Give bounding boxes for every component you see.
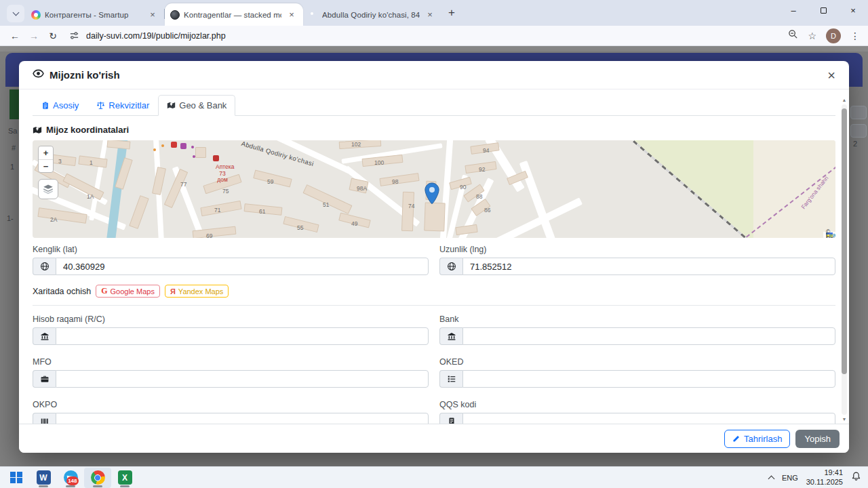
telegram-icon: 148: [64, 470, 78, 485]
tab-close-icon[interactable]: ×: [146, 9, 159, 20]
running-indicator: [93, 485, 102, 487]
map-building-label: 2A: [50, 216, 57, 223]
tab-label: Geo & Bank: [179, 100, 226, 110]
oked-label: OKED: [439, 357, 835, 367]
map-building-label: 1A: [87, 193, 94, 200]
mfo-input[interactable]: [56, 370, 429, 388]
tab-search-button[interactable]: [7, 5, 24, 22]
map-poi-icon: [180, 143, 186, 149]
reload-button[interactable]: ↻: [43, 30, 62, 41]
modal-close-button[interactable]: ×: [827, 68, 835, 82]
osm-link[interactable]: © OpenStreetMap: [826, 228, 835, 239]
clock-time: 19:41: [824, 468, 843, 476]
map-building-label: 59: [267, 178, 273, 185]
leaflet-map[interactable]: Farg'ona shahri Abdulla Qodiriy ko'chasi…: [33, 140, 835, 238]
site-settings-icon[interactable]: [69, 30, 79, 41]
start-button[interactable]: [3, 468, 30, 488]
browser-menu-icon[interactable]: ⋮: [850, 30, 860, 41]
map-marker-pin[interactable]: [424, 182, 440, 205]
zoom-indicator-icon[interactable]: [788, 29, 798, 42]
browser-tab-2-active[interactable]: Kontragentlar — stacked moda ×: [165, 3, 303, 26]
map-building-label: 98A: [357, 185, 367, 192]
bookmark-star-icon[interactable]: ☆: [808, 30, 816, 41]
modal-title: Mijozni ko'rish: [50, 69, 120, 81]
profile-avatar[interactable]: D: [826, 28, 841, 43]
modal-scrollbar[interactable]: ▲ ▼: [841, 98, 848, 422]
maximize-button[interactable]: [808, 0, 838, 20]
language-indicator[interactable]: ENG: [782, 474, 798, 482]
excel-taskbar-icon[interactable]: X: [111, 468, 138, 488]
tab-close-icon[interactable]: ×: [424, 9, 436, 20]
okpo-input[interactable]: [56, 413, 429, 424]
divider: [33, 305, 835, 306]
map-poi-icon: [191, 146, 194, 148]
minimize-button[interactable]: –: [778, 0, 808, 20]
oked-input[interactable]: [462, 370, 835, 388]
background-text: #: [12, 144, 16, 152]
scroll-down-arrow[interactable]: ▼: [841, 417, 848, 422]
running-indicator: [39, 485, 48, 487]
forward-button[interactable]: →: [24, 30, 43, 41]
modal-footer: Tahrirlash Yopish: [19, 424, 849, 453]
browser-tab-1[interactable]: Контрагенты - Smartup ×: [26, 3, 164, 26]
zoom-out-button[interactable]: −: [39, 159, 53, 172]
tab-asosiy[interactable]: Asosiy: [33, 95, 87, 116]
tab-rekvizitlar[interactable]: Rekvizitlar: [87, 95, 158, 116]
map-building-label: 3: [58, 158, 62, 165]
modal-body: Asosiy Rekvizitlar Geo & Bank Mijoz koor…: [19, 89, 849, 424]
map-street-label: Abdulla Qodiriy ko'chasi: [241, 140, 315, 167]
map-building-label: 61: [259, 208, 265, 215]
running-indicator: [120, 485, 130, 487]
map-poi-icon: [153, 148, 156, 151]
map-layers-button[interactable]: [38, 179, 58, 199]
layers-icon: [42, 183, 54, 195]
background-box: [850, 124, 867, 138]
qqs-input[interactable]: [462, 413, 835, 424]
google-g-icon: G: [101, 286, 107, 296]
account-input[interactable]: [56, 327, 429, 345]
account-label: Hisob raqami (R/C): [33, 314, 429, 324]
map-poi-icon: [161, 144, 164, 147]
background-text: 1-: [7, 214, 14, 222]
lng-input[interactable]: [462, 258, 835, 275]
scrollbar-thumb[interactable]: [842, 108, 847, 374]
zoom-in-button[interactable]: +: [39, 146, 53, 159]
bank-input[interactable]: [462, 327, 835, 345]
map-building-label: 90: [460, 184, 466, 190]
tab-close-icon[interactable]: ×: [285, 9, 298, 20]
back-button[interactable]: ←: [5, 30, 24, 41]
modal-tab-bar: Asosiy Rekvizitlar Geo & Bank: [33, 95, 835, 116]
tab-label: Asosiy: [53, 100, 79, 110]
new-tab-button[interactable]: +: [448, 6, 455, 20]
notification-bell-icon[interactable]: [851, 471, 861, 484]
section-title-row: Mijoz koordinatalari: [33, 125, 835, 135]
browser-tab-3[interactable]: Abdulla Qodiriy ko'chasi, 84 — ×: [303, 3, 441, 26]
tab-geo-bank[interactable]: Geo & Bank: [158, 95, 235, 116]
mfo-label: MFO: [33, 357, 429, 367]
edit-button[interactable]: Tahrirlash: [724, 430, 790, 448]
map-building-label: 55: [297, 224, 303, 231]
view-client-modal: Mijozni ko'rish × Asosiy Rekvizitlar Geo…: [19, 61, 849, 453]
qqs-label: QQS kodi: [439, 400, 835, 409]
map-building: [455, 224, 477, 235]
modal-header: Mijozni ko'rish ×: [19, 61, 849, 89]
taskbar-clock[interactable]: 19:41 30.11.2025: [806, 468, 843, 487]
google-maps-button[interactable]: GGoogle Maps: [96, 285, 160, 298]
yandex-maps-button[interactable]: ЯYandex Maps: [165, 285, 229, 298]
close-window-button[interactable]: ×: [838, 0, 868, 20]
url-text[interactable]: daily-suvi.com/19l/public/mijozlar.php: [86, 31, 788, 41]
chrome-taskbar-icon[interactable]: [84, 468, 111, 488]
map-building-label: 71: [214, 207, 220, 214]
map-marked-icon: [33, 125, 42, 135]
telegram-taskbar-icon[interactable]: 148: [57, 468, 84, 488]
map-building-label: 88: [476, 193, 482, 200]
tray-chevron-icon[interactable]: [768, 475, 774, 482]
scroll-up-arrow[interactable]: ▲: [841, 98, 848, 102]
background-text: 2: [853, 140, 857, 148]
map-building: [401, 192, 414, 232]
lat-input[interactable]: [56, 258, 429, 275]
globe-icon: [439, 258, 462, 275]
pharmacy-icon: [213, 155, 219, 161]
word-taskbar-icon[interactable]: W: [30, 468, 57, 488]
close-modal-button[interactable]: Yopish: [795, 430, 840, 448]
